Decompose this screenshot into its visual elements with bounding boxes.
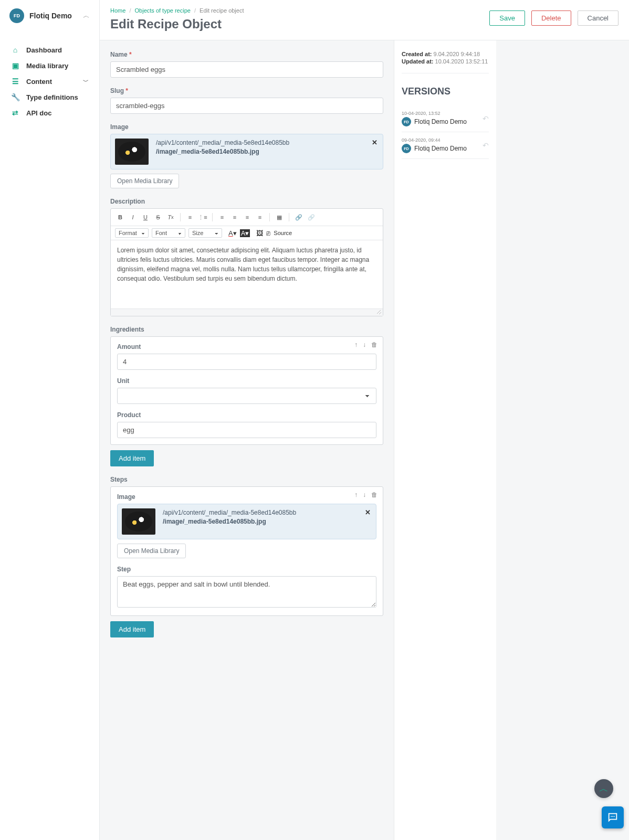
version-item[interactable]: 09-04-2020, 09:44 FD Flotiq Demo Demo ↶: [402, 132, 489, 159]
name-input[interactable]: [110, 61, 383, 78]
chevron-down-icon: ﹀: [83, 78, 89, 86]
save-button[interactable]: Save: [489, 10, 525, 26]
strike-icon[interactable]: S: [153, 212, 163, 222]
cancel-button[interactable]: Cancel: [578, 10, 618, 26]
step-textarea[interactable]: [117, 576, 376, 608]
description-textarea[interactable]: Lorem ipsum dolor sit amet, consectetur …: [111, 240, 383, 309]
version-item[interactable]: 10-04-2020, 13:52 FD Flotiq Demo Demo ↶: [402, 105, 489, 132]
ingredients-label: Ingredients: [110, 326, 383, 333]
table-icon[interactable]: ▦: [274, 212, 285, 222]
underline-icon[interactable]: U: [140, 212, 151, 222]
version-author: Flotiq Demo Demo: [414, 118, 478, 125]
amount-label: Amount: [117, 343, 376, 350]
font-select[interactable]: Font: [152, 228, 185, 238]
rich-editor: B I U S Tx ≡ ⋮≡ ≡ ≡ ≡ ≡: [110, 208, 383, 316]
breadcrumb-current: Edit recipe object: [200, 7, 244, 14]
add-ingredient-button[interactable]: Add item: [110, 450, 154, 466]
breadcrumb-home[interactable]: Home: [110, 7, 125, 14]
sidebar-item-label: Content: [26, 78, 52, 86]
home-icon: ⌂: [11, 46, 20, 54]
svg-point-1: [612, 816, 613, 817]
unlink-icon[interactable]: 🔗: [306, 212, 317, 222]
unordered-list-icon[interactable]: ⋮≡: [197, 212, 208, 222]
move-down-icon[interactable]: ↓: [363, 341, 366, 348]
version-date: 09-04-2020, 09:44: [402, 137, 478, 143]
switch-icon: ⇄: [11, 109, 20, 117]
image-icon: ▣: [11, 61, 20, 70]
revert-icon[interactable]: ↶: [483, 114, 489, 123]
italic-icon[interactable]: I: [128, 212, 138, 222]
align-right-icon[interactable]: ≡: [242, 212, 253, 222]
image-thumbnail: [122, 508, 155, 535]
updated-at-value: 10.04.2020 13:52:11: [435, 58, 488, 65]
unit-select[interactable]: [117, 388, 376, 404]
created-at-label: Created at:: [402, 51, 432, 57]
clearformat-icon[interactable]: Tx: [165, 212, 176, 222]
size-select[interactable]: Size: [188, 228, 222, 238]
sidebar-item-media[interactable]: ▣ Media library: [0, 58, 99, 73]
avatar: FD: [402, 144, 411, 153]
move-down-icon[interactable]: ↓: [363, 491, 366, 498]
sidebar-item-dashboard[interactable]: ⌂ Dashboard: [0, 42, 99, 58]
move-up-icon[interactable]: ↑: [354, 491, 358, 498]
slug-input[interactable]: [110, 98, 383, 114]
brand-name: Flotiq Demo: [29, 12, 83, 20]
align-center-icon[interactable]: ≡: [229, 212, 240, 222]
ordered-list-icon[interactable]: ≡: [185, 212, 195, 222]
step-item: ↑ ↓ 🗑 Image /api/v1/content/_media/_medi…: [110, 486, 383, 616]
resize-handle[interactable]: [111, 309, 383, 316]
image-card: /api/v1/content/_media/_media-5e8ed14e08…: [110, 134, 383, 169]
image-path: /api/v1/content/_media/_media-5e8ed14e08…: [163, 508, 296, 526]
chat-button[interactable]: [602, 806, 624, 828]
textcolor-icon[interactable]: A▾: [228, 229, 237, 237]
step-label: Step: [117, 566, 376, 573]
sidebar-item-label: Type definitions: [26, 93, 78, 101]
link-icon[interactable]: 🔗: [293, 212, 304, 222]
info-panel: Created at: 9.04.2020 9:44:18 Updated at…: [394, 40, 496, 840]
revert-icon[interactable]: ↶: [483, 141, 489, 150]
bold-icon[interactable]: B: [115, 212, 125, 222]
editor-toolbar: B I U S Tx ≡ ⋮≡ ≡ ≡ ≡ ≡: [111, 209, 383, 226]
trash-icon[interactable]: 🗑: [371, 341, 378, 348]
product-label: Product: [117, 411, 376, 419]
breadcrumb: Home / Objects of type recipe / Edit rec…: [110, 7, 244, 14]
add-step-button[interactable]: Add item: [110, 621, 154, 637]
name-label: Name *: [110, 51, 383, 58]
versions-title: VERSIONS: [402, 86, 489, 97]
align-left-icon[interactable]: ≡: [217, 212, 227, 222]
bgcolor-icon[interactable]: A▾: [240, 229, 250, 237]
source-button[interactable]: Source: [274, 230, 292, 236]
sidebar: FD Flotiq Demo ︿ ⌂ Dashboard ▣ Media lib…: [0, 0, 100, 840]
open-media-library-button[interactable]: Open Media Library: [117, 544, 186, 558]
sidebar-item-content[interactable]: ☰ Content ﹀: [0, 73, 99, 89]
brand[interactable]: FD Flotiq Demo ︿: [0, 8, 99, 31]
align-justify-icon[interactable]: ≡: [255, 212, 265, 222]
remove-image-button[interactable]: ✕: [372, 139, 378, 146]
sidebar-item-label: Dashboard: [26, 46, 62, 54]
media-icon[interactable]: ⎚: [266, 229, 270, 237]
svg-point-0: [611, 816, 612, 817]
open-media-library-button[interactable]: Open Media Library: [110, 174, 179, 188]
sidebar-item-apidoc[interactable]: ⇄ API doc: [0, 105, 99, 121]
trash-icon[interactable]: 🗑: [371, 491, 378, 498]
topbar: Home / Objects of type recipe / Edit rec…: [100, 0, 629, 40]
form: Name * Slug * Image /api/v1/content/_med…: [100, 40, 394, 840]
remove-image-button[interactable]: ✕: [365, 508, 371, 516]
brand-badge: FD: [9, 8, 24, 23]
scroll-to-top-button[interactable]: ︿: [594, 779, 613, 798]
chevron-up-icon[interactable]: ︿: [83, 11, 90, 20]
amount-input[interactable]: [117, 354, 376, 370]
product-input[interactable]: [117, 422, 376, 438]
move-up-icon[interactable]: ↑: [354, 341, 358, 348]
delete-button[interactable]: Delete: [531, 10, 571, 26]
insert-image-icon[interactable]: 🖼: [256, 229, 263, 237]
chat-icon: [607, 812, 618, 823]
created-at-value: 9.04.2020 9:44:18: [434, 51, 480, 57]
svg-point-2: [614, 816, 615, 817]
format-select[interactable]: Format: [115, 228, 149, 238]
nav: ⌂ Dashboard ▣ Media library ☰ Content ﹀ …: [0, 42, 99, 121]
sidebar-item-types[interactable]: 🔧 Type definitions: [0, 89, 99, 105]
breadcrumb-objects[interactable]: Objects of type recipe: [135, 7, 191, 14]
steps-label: Steps: [110, 476, 383, 483]
image-thumbnail: [115, 139, 149, 165]
